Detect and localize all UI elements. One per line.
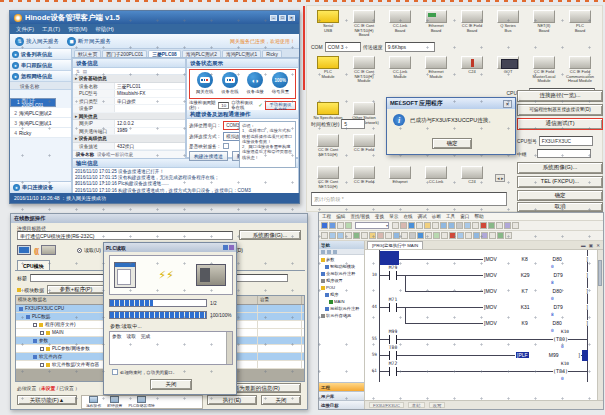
toolbar-button[interactable] xyxy=(361,232,368,239)
device-row[interactable]: 2海鸿PLC测试2 xyxy=(10,108,71,118)
contact-symbol[interactable] xyxy=(389,351,397,360)
menu-item[interactable]: 帮助 xyxy=(474,214,483,219)
online-data-titlebar[interactable]: 在线数据操作 xyxy=(11,214,307,223)
toolbar-button[interactable] xyxy=(424,222,431,229)
contact-symbol[interactable] xyxy=(389,367,397,376)
output-log[interactable]: 2016/11/10 17:01:25 设备连接通道已打开！2016/11/10… xyxy=(73,168,298,193)
module-icon-item[interactable]: C24 xyxy=(455,166,489,189)
toolbar-button[interactable] xyxy=(464,222,471,229)
toolbar-button[interactable] xyxy=(441,232,448,239)
tree-item[interactable]: POU xyxy=(319,284,364,291)
disconnect-gateway-button[interactable]: ◼ 断开网关服务 xyxy=(66,36,112,47)
minimize-icon[interactable]: – xyxy=(270,15,277,21)
toolbar-button[interactable] xyxy=(497,232,504,239)
tab-main-program[interactable]: [PRG]监视执行中 MAIN xyxy=(367,241,423,249)
tree-item[interactable]: 全局软元件注释 xyxy=(319,270,364,277)
toolbar-button[interactable] xyxy=(329,232,336,239)
sidebar-footer[interactable]: ● 串口连接设备 xyxy=(10,181,71,193)
tab-cpu-module[interactable]: CPU模块 xyxy=(17,260,50,270)
toolbar-button[interactable] xyxy=(408,222,415,229)
device-row[interactable]: 4Ricky xyxy=(10,128,71,138)
toolbar-button[interactable] xyxy=(489,232,496,239)
execute-button[interactable]: 执行(E) xyxy=(207,395,257,405)
tree-item[interactable]: 程序设置 xyxy=(319,277,364,284)
menu-item[interactable]: 调试 xyxy=(418,214,427,219)
melsoft-ok-button[interactable]: 确定 xyxy=(432,138,472,149)
toolbar-button[interactable] xyxy=(473,232,480,239)
baud-rate-value[interactable]: 9.6Kbps xyxy=(385,42,435,52)
module-icon-item[interactable]: CC IE Field xyxy=(347,134,381,157)
toolbar-button[interactable] xyxy=(432,222,439,229)
toolbar-button[interactable] xyxy=(329,222,336,229)
module-icon-item[interactable]: CC-Link xyxy=(419,166,453,189)
toolbar-button[interactable] xyxy=(425,232,432,239)
menu-item[interactable]: 帮助(H) xyxy=(95,26,114,33)
param-program-button[interactable]: 参数+程序(P) xyxy=(47,285,105,294)
toolbar-button[interactable] xyxy=(345,232,352,239)
vertical-scrollbar[interactable] xyxy=(597,250,603,400)
route-pager[interactable]: ◂ ▸ xyxy=(495,174,505,182)
module-icon-item[interactable]: CC IE ContNET/10(H)Module xyxy=(347,56,381,84)
tool-时钟设置[interactable]: 时钟设置 xyxy=(107,396,122,408)
connect-gateway-button[interactable]: ⇅ 接入网关服务 xyxy=(14,36,60,47)
scrollbar-thumb[interactable] xyxy=(598,260,602,286)
module-icon-item[interactable]: Ethernet xyxy=(383,166,417,189)
menu-item[interactable]: 文件(F) xyxy=(16,26,34,33)
module-icon-item[interactable]: EthernetBoard xyxy=(419,10,453,38)
module-icon-item[interactable]: CC IE ContNET/10(H)Board xyxy=(347,10,381,38)
com-port-value[interactable]: COM 3 xyxy=(325,42,361,52)
module-icon-item[interactable]: PLCModule xyxy=(311,56,345,84)
tel-button[interactable]: TEL (FXCPU)... xyxy=(517,176,603,188)
sidebar-section[interactable]: ●设备列表信息 xyxy=(10,49,71,60)
tool-远程操作[interactable]: 远程操作 xyxy=(86,396,101,408)
toolbar-button[interactable] xyxy=(393,232,400,239)
toolbar-button[interactable] xyxy=(505,232,512,239)
ok-button[interactable]: 确定 xyxy=(517,190,603,201)
menu-item[interactable]: 管理(M) xyxy=(68,26,87,33)
property-group[interactable]: ▸ 网关信息 xyxy=(73,113,185,121)
menu-item[interactable]: 诊断 xyxy=(432,214,441,219)
contact-symbol[interactable] xyxy=(389,303,397,312)
toolbar-button[interactable] xyxy=(465,232,472,239)
toolbar-button[interactable] xyxy=(496,222,503,229)
period-input[interactable]: 10 xyxy=(218,102,229,109)
module-icon-item[interactable]: NET(II)Board xyxy=(527,10,561,38)
module-icon-item[interactable]: CC-LinkModule xyxy=(383,56,417,84)
mdi-window-controls[interactable]: ▬ ▣ ✕ xyxy=(581,243,601,248)
module-icon-item[interactable]: CC-LinkBoard xyxy=(383,10,417,38)
direct-connection-button[interactable]: 可编程控制器直接连接设置(D) xyxy=(517,104,603,116)
sidebar-section[interactable]: ●串口跟踪信息 xyxy=(10,60,71,71)
melsoft-titlebar[interactable]: MELSOFT 应用程序 × xyxy=(387,98,515,109)
toolbar-button[interactable] xyxy=(488,222,495,229)
auto-detect-check-icon[interactable]: ✓ xyxy=(258,102,263,108)
property-value[interactable]: Mitsubishi-FX xyxy=(115,90,185,97)
tool-PLC存储器清除[interactable]: PLC存储器清除 xyxy=(128,396,154,408)
autoclose-checkbox[interactable] xyxy=(112,369,118,375)
toolbar-button[interactable] xyxy=(480,222,487,229)
module-icon-item[interactable]: C24 xyxy=(455,56,489,84)
zoom-combo[interactable]: ▾ xyxy=(355,222,389,229)
close-icon[interactable]: × xyxy=(288,15,295,21)
toolbar-button[interactable] xyxy=(449,232,456,239)
menu-item[interactable]: 编辑 xyxy=(336,214,345,219)
toolbar-button[interactable] xyxy=(400,222,407,229)
menu-item[interactable]: 窗口 xyxy=(460,214,469,219)
toolbar-button[interactable] xyxy=(409,232,416,239)
edit-cursor[interactable] xyxy=(380,251,399,265)
toolbar-button[interactable] xyxy=(321,232,328,239)
toolbar-button[interactable] xyxy=(353,232,360,239)
row-checkbox[interactable] xyxy=(40,347,44,351)
toolbar-button[interactable] xyxy=(512,222,519,229)
menu-item[interactable]: 在线 xyxy=(403,214,412,219)
navbar-工程[interactable]: 工程 xyxy=(319,382,364,391)
toolbar-button[interactable] xyxy=(416,222,423,229)
tree-item[interactable]: 参数 xyxy=(319,256,364,263)
property-group[interactable]: ▸ 设备高级信息 xyxy=(73,135,185,143)
module-icon-item[interactable]: Q SeriesBus xyxy=(491,10,525,38)
module-icon-item[interactable]: EthernetModule xyxy=(419,56,453,84)
toolbar-button[interactable] xyxy=(504,222,511,229)
contact-symbol[interactable] xyxy=(389,335,397,344)
communication-test-button[interactable]: 通信测试(T) xyxy=(517,118,603,130)
system-image-button[interactable]: 系统图像(G)... xyxy=(517,162,603,174)
module-icon-item[interactable]: CC IE ContNET/10(H) xyxy=(311,134,345,157)
